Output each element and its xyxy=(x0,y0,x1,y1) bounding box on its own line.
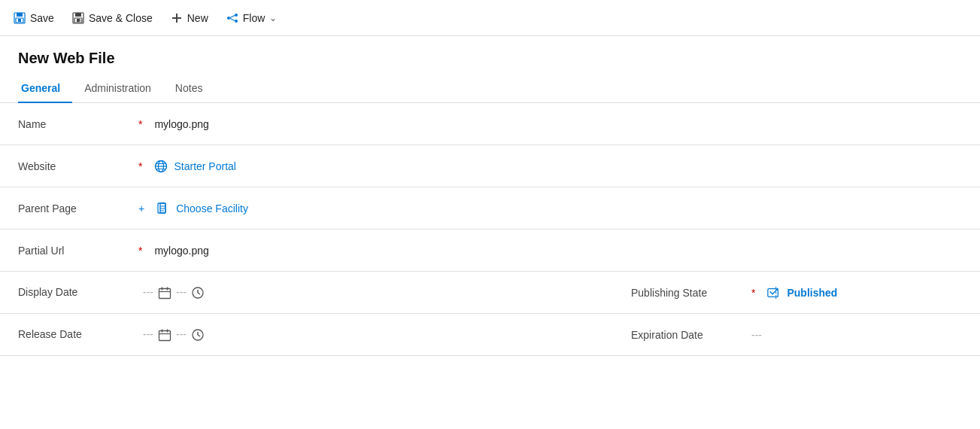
name-label: Name xyxy=(18,118,138,130)
svg-rect-1 xyxy=(17,13,23,17)
parent-page-value-group: + Choose Facility xyxy=(138,202,962,215)
website-label: Website xyxy=(18,160,138,172)
flow-icon xyxy=(226,12,238,24)
new-icon xyxy=(171,12,183,24)
release-date-dash2: --- xyxy=(176,328,187,340)
tab-general[interactable]: General xyxy=(18,76,72,103)
partial-url-required-star: * xyxy=(138,245,142,257)
expiration-date-group: Expiration Date --- xyxy=(631,329,962,341)
name-required-star: * xyxy=(138,118,142,130)
svg-line-15 xyxy=(230,18,235,20)
release-date-dash1: --- xyxy=(143,328,153,340)
svg-rect-26 xyxy=(159,288,171,298)
svg-line-32 xyxy=(198,293,200,294)
svg-point-13 xyxy=(235,20,238,23)
display-date-row: Display Date --- --- Publ xyxy=(0,272,980,314)
svg-rect-7 xyxy=(77,19,80,22)
release-date-label: Release Date xyxy=(18,328,138,340)
display-date-dash2: --- xyxy=(176,286,187,298)
tab-administration[interactable]: Administration xyxy=(81,76,163,103)
expiration-date-label: Expiration Date xyxy=(631,329,751,341)
svg-rect-5 xyxy=(75,13,81,17)
website-value-group: * Starter Portal xyxy=(138,160,962,173)
parent-page-row: Parent Page + Choose Facility xyxy=(0,187,980,230)
name-row: Name * mylogo.png xyxy=(0,103,980,145)
save-button[interactable]: Save xyxy=(6,8,62,29)
partial-url-label: Partial Url xyxy=(18,245,138,257)
svg-rect-35 xyxy=(159,330,171,340)
expiration-date-value-group: --- xyxy=(751,329,962,341)
page-icon xyxy=(156,202,170,215)
publishing-state-group: Publishing State * Published xyxy=(631,286,962,300)
expiration-date-value: --- xyxy=(751,329,762,341)
globe-icon xyxy=(154,160,168,173)
flow-button[interactable]: Flow ⌄ xyxy=(219,8,285,29)
website-value[interactable]: Starter Portal xyxy=(174,160,235,172)
release-date-calendar-icon[interactable] xyxy=(158,327,171,342)
new-label: New xyxy=(187,12,208,24)
publishing-state-required-star: * xyxy=(751,287,755,299)
publishing-state-value-group: * Published xyxy=(751,286,962,300)
svg-line-41 xyxy=(198,335,200,336)
flow-label: Flow xyxy=(243,12,265,24)
svg-point-11 xyxy=(227,17,230,20)
display-date-calendar-icon[interactable] xyxy=(158,285,171,300)
display-date-dash1: --- xyxy=(143,286,153,298)
save-close-button[interactable]: Save & Close xyxy=(65,8,160,29)
tab-notes[interactable]: Notes xyxy=(172,76,215,103)
name-value[interactable]: mylogo.png xyxy=(154,118,208,130)
partial-url-row: Partial Url * mylogo.png xyxy=(0,230,980,272)
flow-chevron-icon: ⌄ xyxy=(269,13,277,23)
svg-rect-3 xyxy=(18,19,21,22)
save-icon xyxy=(14,12,26,24)
publishing-state-label: Publishing State xyxy=(631,287,751,299)
save-label: Save xyxy=(30,12,54,24)
parent-page-required-star: + xyxy=(138,202,144,214)
release-date-group: Release Date --- --- xyxy=(18,327,631,342)
display-date-label: Display Date xyxy=(18,286,138,298)
svg-point-12 xyxy=(235,14,238,17)
name-value-group: * mylogo.png xyxy=(138,118,962,130)
save-close-label: Save & Close xyxy=(89,12,153,24)
parent-page-label: Parent Page xyxy=(18,202,138,214)
display-date-group: Display Date --- --- xyxy=(18,285,631,300)
published-icon xyxy=(767,286,781,300)
partial-url-value-group: * mylogo.png xyxy=(138,245,962,257)
tabs-bar: General Administration Notes xyxy=(0,76,980,103)
svg-line-14 xyxy=(230,15,235,17)
display-date-clock-icon[interactable] xyxy=(191,285,205,300)
parent-page-value[interactable]: Choose Facility xyxy=(176,202,248,214)
form-area: Name * mylogo.png Website * Starter Port… xyxy=(0,103,980,356)
partial-url-value[interactable]: mylogo.png xyxy=(154,245,208,257)
release-date-clock-icon[interactable] xyxy=(191,327,205,342)
new-button[interactable]: New xyxy=(163,8,216,29)
page-title: New Web File xyxy=(0,36,980,76)
release-date-row: Release Date --- --- Expi xyxy=(0,314,980,356)
toolbar: Save Save & Close New xyxy=(0,0,980,36)
website-row: Website * Starter Portal xyxy=(0,145,980,187)
save-close-icon xyxy=(72,12,84,24)
publishing-state-value[interactable]: Published xyxy=(787,287,837,299)
website-required-star: * xyxy=(138,160,142,172)
